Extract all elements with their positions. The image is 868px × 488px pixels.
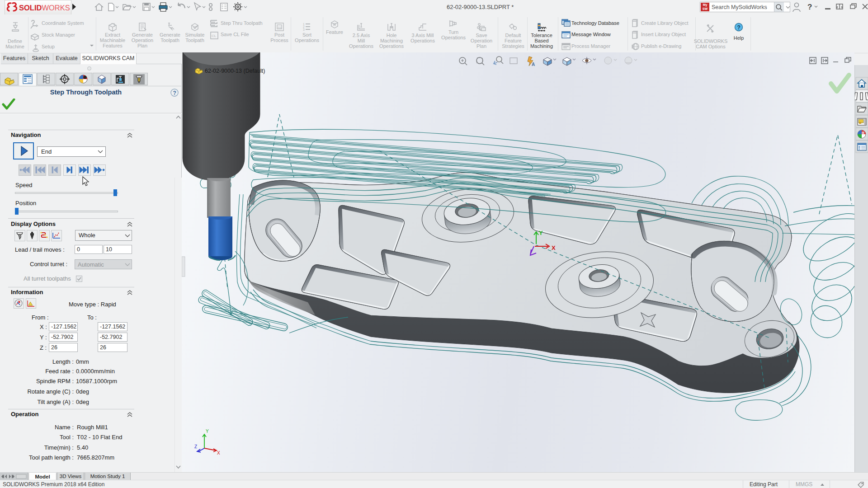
svg-text:A: A: [532, 62, 535, 67]
svg-text:?: ?: [807, 3, 812, 11]
svg-text:3: 3: [303, 28, 305, 31]
svg-text:X: X: [217, 450, 220, 455]
svg-text:X: X: [552, 244, 556, 251]
svg-text:Y: Y: [539, 230, 543, 236]
svg-text:CL: CL: [212, 34, 217, 38]
svg-text:G1: G1: [278, 26, 282, 29]
svg-text:?: ?: [737, 24, 741, 31]
svg-text:?: ?: [173, 90, 176, 96]
svg-text:Z: Z: [194, 444, 197, 449]
svg-text:Y: Y: [206, 429, 209, 434]
svg-text:62-02-9000-13 (Default): 62-02-9000-13 (Default): [205, 68, 265, 74]
